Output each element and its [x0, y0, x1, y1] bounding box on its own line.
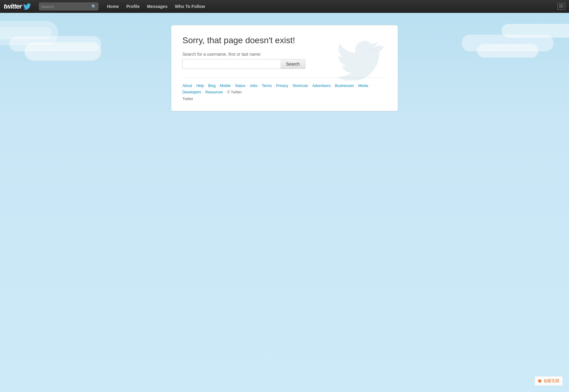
footer-shortcuts-link[interactable]: Shortcuts — [292, 84, 308, 88]
separator: · — [216, 84, 219, 88]
compose-tweet-button[interactable] — [557, 3, 565, 10]
search-icon: 🔍 — [91, 4, 96, 9]
footer-blog-link[interactable]: Blog — [208, 84, 216, 88]
footer-resources-link[interactable]: Resources — [205, 90, 223, 94]
separator: · — [309, 84, 312, 88]
separator: · — [246, 84, 249, 88]
nav-home-link[interactable]: Home — [107, 4, 119, 9]
footer-businesses-link[interactable]: Businesses — [335, 84, 354, 88]
separator: · — [193, 84, 196, 88]
main-content: Sorry, that page doesn't exist! Search f… — [0, 13, 569, 111]
error-card: Sorry, that page doesn't exist! Search f… — [171, 25, 398, 111]
separator: · — [204, 84, 208, 88]
separator: · — [202, 90, 205, 94]
footer-status-link[interactable]: Status — [235, 84, 246, 88]
twitter-bird-logo-icon — [23, 3, 32, 10]
twitter-wordmark: twitter — [4, 2, 22, 10]
navbar-search-box[interactable]: 🔍 — [39, 2, 98, 10]
separator: · — [331, 84, 334, 88]
watermark: ⊛ 创新互联 — [534, 376, 563, 386]
navbar: twitter 🔍 Home Profile Messages Who To F… — [0, 0, 569, 13]
footer-developers-link[interactable]: Developers — [182, 90, 201, 94]
nav-messages-link[interactable]: Messages — [147, 4, 167, 9]
navbar-search-input[interactable] — [41, 4, 90, 9]
footer-privacy-link[interactable]: Privacy — [276, 84, 288, 88]
footer-help-link[interactable]: Help — [196, 84, 204, 88]
footer-jobs-link[interactable]: Jobs — [250, 84, 258, 88]
footer-links: About · Help · Blog · Mobile · Status · … — [182, 83, 387, 103]
footer-twitter-text: Twitter — [182, 97, 193, 101]
separator: · — [258, 84, 261, 88]
search-button[interactable]: Search — [281, 59, 305, 69]
nav-profile-link[interactable]: Profile — [126, 4, 140, 9]
username-search-input[interactable] — [182, 59, 281, 69]
footer-media-link[interactable]: Media — [358, 84, 368, 88]
separator: · — [231, 84, 234, 88]
watermark-icon: ⊛ — [538, 378, 542, 384]
separator: · — [354, 84, 357, 88]
footer-mobile-link[interactable]: Mobile — [220, 84, 231, 88]
footer-advertisers-link[interactable]: Advertisers — [312, 84, 331, 88]
navbar-links: Home Profile Messages Who To Follow — [107, 4, 205, 9]
footer-copyright: © Twitter — [227, 90, 242, 94]
watermark-text: 创新互联 — [544, 378, 559, 384]
separator: · — [273, 84, 276, 88]
footer-about-link[interactable]: About — [182, 84, 192, 88]
footer-terms-link[interactable]: Terms — [262, 84, 272, 88]
separator: · — [289, 84, 292, 88]
separator: · — [369, 84, 371, 88]
twitter-logo[interactable]: twitter — [4, 2, 32, 10]
nav-who-to-follow-link[interactable]: Who To Follow — [175, 4, 205, 9]
ghost-bird-illustration — [336, 32, 385, 81]
separator: · — [223, 90, 227, 94]
